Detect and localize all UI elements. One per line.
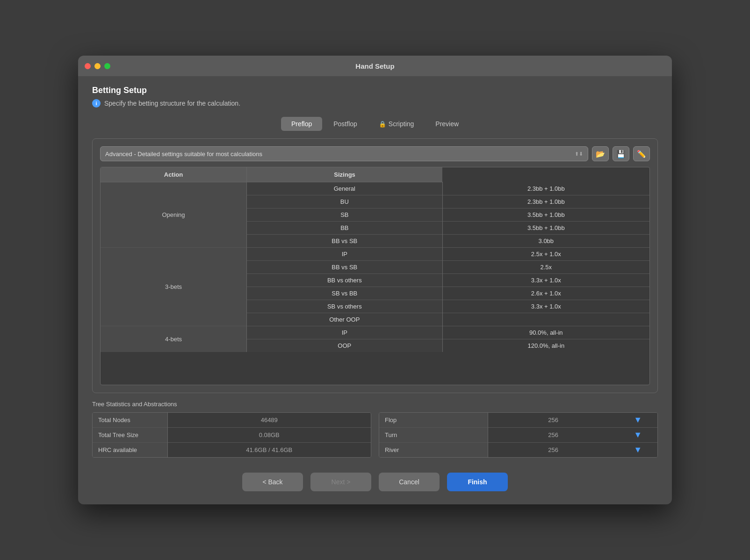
action-cell: General: [246, 182, 442, 195]
betting-table-container: Action Sizings OpeningGeneral2.3bb + 1.0…: [100, 167, 650, 385]
panel-area: Advanced - Detailed settings suitable fo…: [92, 138, 658, 393]
stat-label: Turn: [379, 428, 488, 443]
stat-label: River: [379, 443, 488, 458]
page-title: Betting Setup: [92, 86, 658, 95]
sizing-cell: 3.3x + 1.0x: [442, 274, 649, 287]
close-button[interactable]: [85, 63, 91, 69]
save-button[interactable]: 💾: [613, 146, 629, 161]
action-cell: BU: [246, 195, 442, 208]
stat-label: HRC available: [93, 443, 167, 458]
minimize-button[interactable]: [94, 63, 101, 69]
table-row: OpeningGeneral2.3bb + 1.0bb: [101, 182, 649, 195]
stat-value: 0.08GB: [167, 428, 371, 443]
sizing-cell: 2.3bb + 1.0bb: [442, 182, 649, 195]
stats-right-panel: Flop256▼Turn256▼River256▼: [379, 412, 658, 458]
stats-row: Flop256▼: [379, 413, 657, 428]
col-header-action: Action: [101, 167, 246, 182]
stats-row: River256▼: [379, 443, 657, 458]
stat-label: Flop: [379, 413, 488, 428]
action-cell: BB vs SB: [246, 261, 442, 274]
action-cell: Other OOP: [246, 313, 442, 326]
sizing-cell: 3.3x + 1.0x: [442, 300, 649, 313]
action-cell: BB: [246, 222, 442, 235]
main-window: Hand Setup Betting Setup i Specify the b…: [78, 56, 672, 504]
chevron-down-icon: ▼: [634, 430, 642, 439]
footer-buttons: < Back Next > Cancel Finish: [92, 465, 658, 495]
bottom-section: Tree Statistics and Abstractions Total N…: [92, 401, 658, 458]
stats-right-table: Flop256▼Turn256▼River256▼: [379, 413, 657, 457]
window-title: Hand Setup: [355, 62, 394, 70]
tabs-row: Preflop Postflop 🔒 Scripting Preview: [92, 117, 658, 131]
sizing-cell: 3.5bb + 1.0bb: [442, 208, 649, 222]
main-content: Betting Setup i Specify the betting stru…: [78, 76, 672, 504]
betting-table: Action Sizings OpeningGeneral2.3bb + 1.0…: [101, 167, 649, 352]
folder-icon: 📂: [596, 150, 605, 158]
cancel-button[interactable]: Cancel: [379, 473, 440, 491]
stat-label: Total Nodes: [93, 413, 167, 428]
info-icon: i: [92, 99, 101, 108]
action-cell: BB vs others: [246, 274, 442, 287]
tab-postflop[interactable]: Postflop: [323, 117, 368, 131]
open-button[interactable]: 📂: [592, 146, 609, 161]
stats-row: Total Tree Size0.08GB: [93, 428, 371, 443]
stat-value: 256: [488, 428, 618, 443]
sizing-cell: 2.3bb + 1.0bb: [442, 195, 649, 208]
sizing-cell: 2.5x: [442, 261, 649, 274]
stat-label: Total Tree Size: [93, 428, 167, 443]
category-cell: 3-bets: [101, 248, 246, 326]
sizing-cell: 3.0bb: [442, 235, 649, 248]
edit-button[interactable]: ✏️: [633, 146, 650, 161]
tab-preview[interactable]: Preview: [425, 117, 469, 131]
stats-row: Turn256▼: [379, 428, 657, 443]
sizing-cell: [442, 313, 649, 326]
action-cell: SB vs BB: [246, 287, 442, 300]
table-row: 3-betsIP2.5x + 1.0x: [101, 248, 649, 261]
stat-value: 256: [488, 443, 618, 458]
lock-icon: 🔒: [379, 121, 386, 128]
stats-left-table: Total Nodes46489Total Tree Size0.08GBHRC…: [93, 413, 371, 457]
info-row: i Specify the betting structure for the …: [92, 99, 658, 108]
sizing-cell: 2.6x + 1.0x: [442, 287, 649, 300]
stats-left-panel: Total Nodes46489Total Tree Size0.08GBHRC…: [92, 412, 371, 458]
next-button: Next >: [310, 473, 371, 491]
titlebar: Hand Setup: [78, 56, 672, 76]
action-cell: SB: [246, 208, 442, 222]
save-icon: 💾: [616, 150, 626, 158]
tab-scripting[interactable]: 🔒 Scripting: [368, 117, 424, 131]
action-cell: BB vs SB: [246, 235, 442, 248]
table-row: 4-betsIP90.0%, all-in: [101, 326, 649, 339]
tab-preflop[interactable]: Preflop: [281, 117, 322, 131]
category-cell: Opening: [101, 182, 246, 248]
stat-value: 46489: [167, 413, 371, 428]
stat-value: 256: [488, 413, 618, 428]
preset-dropdown[interactable]: Advanced - Detailed settings suitable fo…: [100, 146, 588, 161]
stat-dropdown[interactable]: ▼: [618, 428, 657, 443]
sizing-cell: 120.0%, all-in: [442, 339, 649, 352]
pencil-icon: ✏️: [637, 150, 646, 158]
sizing-cell: 3.5bb + 1.0bb: [442, 222, 649, 235]
action-cell: IP: [246, 326, 442, 339]
action-cell: IP: [246, 248, 442, 261]
category-cell: 4-bets: [101, 326, 246, 352]
stats-section-label: Tree Statistics and Abstractions: [92, 401, 658, 408]
action-cell: OOP: [246, 339, 442, 352]
col-header-sizings: Sizings: [246, 167, 442, 182]
toolbar-row: Advanced - Detailed settings suitable fo…: [100, 146, 650, 161]
stat-dropdown[interactable]: ▼: [618, 443, 657, 458]
stat-value: 41.6GB / 41.6GB: [167, 443, 371, 458]
header-section: Betting Setup i Specify the betting stru…: [92, 86, 658, 108]
dropdown-arrows-icon: ⬆⬇: [575, 151, 583, 157]
sizing-cell: 90.0%, all-in: [442, 326, 649, 339]
back-button[interactable]: < Back: [242, 473, 303, 491]
stat-dropdown[interactable]: ▼: [618, 413, 657, 428]
finish-button[interactable]: Finish: [447, 473, 508, 491]
stats-row: HRC available41.6GB / 41.6GB: [93, 443, 371, 458]
stats-grid: Total Nodes46489Total Tree Size0.08GBHRC…: [92, 412, 658, 458]
info-description: Specify the betting structure for the ca…: [104, 100, 240, 107]
stats-row: Total Nodes46489: [93, 413, 371, 428]
sizing-cell: 2.5x + 1.0x: [442, 248, 649, 261]
chevron-down-icon: ▼: [634, 445, 642, 454]
chevron-down-icon: ▼: [634, 415, 642, 424]
traffic-lights: [85, 63, 110, 69]
maximize-button[interactable]: [104, 63, 110, 69]
